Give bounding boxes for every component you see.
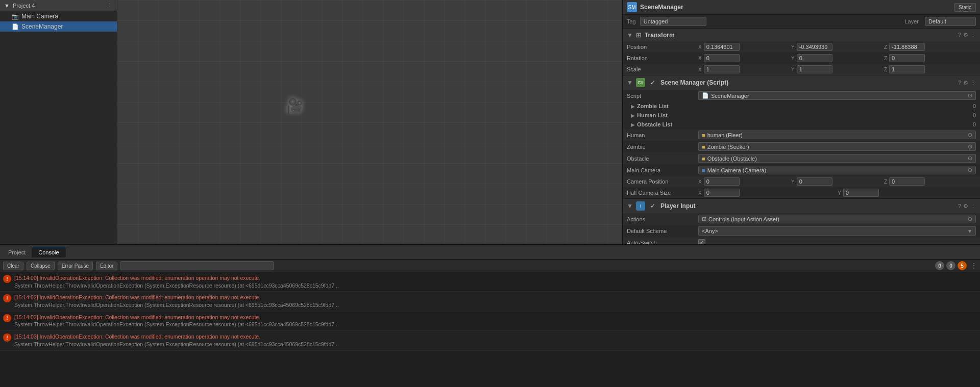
camera-position-label: Camera Position [627, 178, 698, 185]
actions-ref-btn[interactable]: ⊙ [968, 216, 972, 222]
cam-pos-z-field: Z [884, 177, 976, 186]
zombie-ref-btn[interactable]: ⊙ [968, 143, 972, 150]
scale-z-label: Z [884, 67, 887, 72]
transform-header[interactable]: ▼ ⊞ Transform ? ⚙ ⋮ [623, 29, 980, 41]
tab-console[interactable]: Console [32, 247, 65, 257]
scale-x-input[interactable] [704, 65, 740, 73]
pos-z-label: Z [884, 44, 887, 50]
scale-label: Scale [627, 66, 698, 72]
console-item[interactable]: ! [15:14:03] InvalidOperationException: … [0, 331, 980, 350]
pi-settings-btn[interactable]: ⚙ [963, 203, 968, 210]
clear-btn[interactable]: Clear [3, 262, 23, 270]
tab-project[interactable]: Project [2, 247, 32, 257]
pos-z-input[interactable] [889, 43, 925, 51]
collapse-btn[interactable]: Collapse [27, 262, 55, 270]
pos-y-field: Y [791, 43, 883, 51]
transform-info-btn[interactable]: ? [958, 32, 961, 38]
badge-warning-circle: 0 [946, 261, 955, 270]
rot-z-input[interactable] [889, 54, 925, 62]
rot-x-input[interactable] [704, 54, 740, 62]
pos-x-input[interactable] [704, 43, 740, 51]
obstacle-ref-icon: ■ [702, 156, 705, 162]
main-camera-ref-btn[interactable]: ⊙ [968, 167, 972, 173]
cam-pos-z-input[interactable] [889, 177, 925, 186]
sm-settings-btn[interactable]: ⚙ [963, 80, 968, 86]
console-item[interactable]: ! [15:14:02] InvalidOperationException: … [0, 292, 980, 311]
scale-y-input[interactable] [797, 65, 832, 73]
obstacle-ref-btn[interactable]: ⊙ [968, 155, 972, 162]
top-area: ▼ Project 4 ⋮ 📷 Main Camera 📄 SceneManag… [0, 0, 980, 244]
scale-x-label: X [698, 67, 702, 72]
rot-z-field: Z [884, 54, 976, 62]
error-icon: ! [3, 275, 11, 283]
sm-script-checkbox[interactable]: ✓ [650, 79, 655, 86]
console-item[interactable]: ! [15:14:02] InvalidOperationException: … [0, 312, 980, 331]
hierarchy-item-scene-manager[interactable]: 📄 SceneManager [0, 21, 117, 32]
badge-warning: 0 [946, 261, 955, 270]
pos-y-input[interactable] [797, 43, 832, 51]
tag-select[interactable]: Untagged [640, 17, 706, 26]
console-item[interactable]: ! [15:14:00] InvalidOperationException: … [0, 272, 980, 292]
rot-y-field: Y [791, 54, 883, 62]
tag-layer-row: Tag Untagged Layer Default [623, 15, 980, 29]
actions-ref-text: Controls (Input Action Asset) [708, 216, 779, 222]
script-icon: 📄 [12, 23, 19, 30]
inspector-object-name: SceneManager [640, 4, 951, 11]
scene-manager-script-header[interactable]: ▼ C# ✓ Scene Manager (Script) ? ⚙ ⋮ [623, 75, 980, 90]
default-scheme-dropdown[interactable]: <Any> ▼ [698, 226, 976, 236]
auto-switch-checkbox[interactable]: ✓ [698, 239, 705, 244]
static-badge-btn[interactable]: Static [954, 3, 976, 12]
scene-divider [117, 244, 622, 244]
inspector-panel: SM SceneManager Static Tag Untagged Laye… [623, 0, 980, 244]
human-ref-label: Human [627, 132, 698, 138]
obstacle-list-row[interactable]: ▶ Obstacle List 0 [623, 120, 980, 129]
error-pause-btn[interactable]: Error Pause [58, 262, 93, 270]
hierarchy-title: Project 4 [13, 3, 35, 9]
transform-settings-btn[interactable]: ⚙ [963, 32, 968, 38]
human-ref-btn[interactable]: ⊙ [968, 132, 972, 138]
hierarchy-menu-btn[interactable]: ⋮ [107, 2, 113, 9]
hierarchy-collapse-arrow[interactable]: ▼ [4, 3, 10, 9]
script-ref-select-btn[interactable]: ⊙ [968, 92, 972, 99]
console-menu-btn[interactable]: ⋮ [971, 262, 977, 269]
position-row: Position X Y Z [623, 41, 980, 53]
rot-y-input[interactable] [797, 54, 832, 62]
pi-menu-btn[interactable]: ⋮ [970, 203, 976, 210]
scale-z-input[interactable] [889, 65, 925, 73]
human-list-row[interactable]: ▶ Human List 0 [623, 111, 980, 120]
half-x-label: X [698, 190, 702, 196]
pi-checkbox[interactable]: ✓ [650, 202, 655, 210]
tag-label: Tag [627, 18, 636, 24]
pi-title: Player Input [660, 202, 955, 210]
zombie-list-arrow: ▶ [631, 104, 635, 109]
zombie-list-row[interactable]: ▶ Zombie List 0 [623, 101, 980, 111]
position-label: Position [627, 44, 698, 50]
editor-btn[interactable]: Editor [96, 262, 117, 270]
hierarchy-item-main-camera[interactable]: 📷 Main Camera [0, 11, 117, 21]
sm-info-btn[interactable]: ? [958, 80, 961, 86]
main-camera-ref-obj: ■ Main Camera (Camera) ⊙ [698, 166, 976, 174]
auto-switch-row: Auto-Switch ✓ [623, 237, 980, 244]
camera-position-xyz: X Y Z [698, 177, 976, 186]
cam-pos-x-input[interactable] [704, 177, 740, 186]
half-y-input[interactable] [843, 189, 879, 197]
actions-row: Actions ⊞ Controls (Input Action Asset) … [623, 213, 980, 225]
sm-header-btns: ? ⚙ ⋮ [958, 80, 976, 86]
player-input-header[interactable]: ▼ i ✓ Player Input ? ⚙ ⋮ [623, 199, 980, 213]
pi-info-btn[interactable]: ? [958, 203, 961, 210]
cam-pos-x-label: X [698, 179, 702, 185]
obstacle-ref-row: Obstacle ■ Obstacle (Obstacle) ⊙ [623, 152, 980, 164]
rot-x-label: X [698, 56, 702, 61]
console-message: [15:14:02] InvalidOperationException: Co… [14, 294, 977, 308]
hierarchy-header: ▼ Project 4 ⋮ [0, 0, 117, 11]
half-x-input[interactable] [704, 189, 740, 197]
transform-menu-btn[interactable]: ⋮ [970, 32, 976, 38]
console-line2: System.ThrowHelper.ThrowInvalidOperation… [14, 301, 977, 309]
console-search-input[interactable] [120, 261, 274, 270]
sm-menu-btn[interactable]: ⋮ [970, 80, 976, 86]
cam-pos-y-input[interactable] [797, 177, 832, 186]
obstacle-list-count: 0 [973, 121, 976, 127]
scale-xyz: X Y Z [698, 65, 976, 73]
layer-select[interactable]: Default [925, 17, 976, 26]
half-camera-xy: X Y [698, 189, 976, 197]
